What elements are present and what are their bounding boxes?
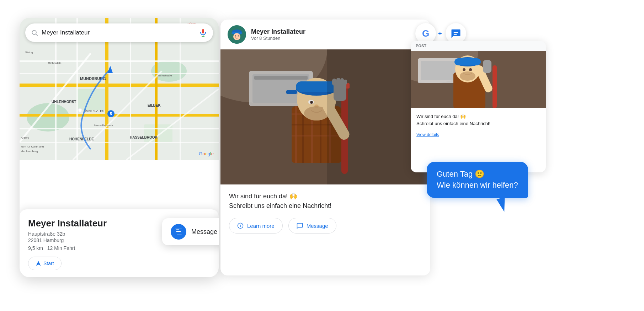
- svg-text:Richardstr.: Richardstr.: [48, 61, 62, 65]
- svg-text:5: 5: [110, 112, 112, 116]
- avatar-image: [228, 25, 246, 44]
- svg-text:rbe Hamburg: rbe Hamburg: [21, 150, 38, 153]
- svg-rect-91: [453, 32, 458, 33]
- distance-info: 9,5 km 12 Min Fahrt: [28, 245, 210, 251]
- svg-text:Eiffestraße: Eiffestraße: [158, 74, 172, 77]
- chat-circle-icon: [451, 28, 461, 39]
- svg-text:i: i: [240, 224, 241, 228]
- search-icon: [31, 29, 38, 36]
- chat-greeting-text: Guten Tag 🙂 Wie können wir helfen?: [437, 169, 518, 191]
- svg-text:HASSELBROOK: HASSELBROOK: [130, 135, 158, 139]
- svg-text:Giving: Giving: [25, 51, 33, 54]
- svg-text:EILBEK: EILBEK: [148, 103, 161, 107]
- plus-icon: +: [438, 30, 442, 37]
- social-meta: Meyer Installateur Vor 8 Stunden: [251, 28, 305, 41]
- business-post-img-svg: [411, 51, 546, 108]
- svg-rect-10: [20, 73, 219, 74]
- search-bar[interactable]: Meyer Installateur: [25, 23, 213, 42]
- svg-point-54: [238, 36, 239, 37]
- message-label: Message: [191, 228, 217, 236]
- svg-point-106: [460, 71, 475, 81]
- svg-point-52: [233, 33, 240, 40]
- svg-rect-12: [20, 142, 219, 143]
- svg-text:Hasselbrookstr.: Hasselbrookstr.: [94, 124, 114, 127]
- navigation-icon: [36, 261, 41, 266]
- search-query: Meyer Installateur: [42, 29, 195, 36]
- business-post-image: [411, 51, 546, 108]
- business-post-content: Wir sind für euch da! 🙌 Schreibt uns ein…: [411, 108, 546, 143]
- business-post-panel: POST Wir: [411, 41, 546, 172]
- business-post-text: Wir sind für euch da! 🙌 Schreibt uns ein…: [416, 113, 540, 127]
- google-logo: Google: [199, 151, 214, 156]
- chat-bubble: Guten Tag 🙂 Wie können wir helfen?: [427, 162, 528, 198]
- svg-rect-11: [20, 128, 219, 129]
- message-icon: [297, 222, 303, 229]
- svg-line-40: [36, 34, 38, 36]
- chat-icon: [174, 227, 183, 236]
- svg-rect-101: [454, 58, 481, 65]
- social-post-time: Vor 8 Stunden: [251, 36, 305, 41]
- view-details-button[interactable]: View details: [416, 132, 439, 137]
- svg-marker-44: [36, 261, 41, 266]
- message-float-button[interactable]: Message: [162, 218, 219, 245]
- info-icon: i: [237, 222, 244, 229]
- map-area: MUNDSBURG UHLENHORST EILBEK HASSELBROOK …: [20, 18, 219, 160]
- svg-text:Georg: Georg: [21, 136, 29, 139]
- maps-panel: MUNDSBURG UHLENHORST EILBEK HASSELBROOK …: [20, 18, 219, 277]
- social-post-image: [220, 49, 430, 184]
- svg-text:alsterPILATES: alsterPILATES: [84, 109, 104, 113]
- svg-rect-47: [176, 231, 181, 232]
- social-action-buttons: i Learn more Message: [229, 218, 422, 234]
- post-header-label: POST: [411, 41, 546, 51]
- svg-rect-31: [78, 108, 82, 112]
- message-button[interactable]: Message: [288, 218, 336, 234]
- message-float-icon: [171, 224, 186, 240]
- map-action-buttons: Start: [28, 257, 210, 270]
- social-avatar: [228, 25, 246, 44]
- svg-point-104: [463, 68, 465, 71]
- svg-point-53: [235, 36, 236, 37]
- svg-rect-96: [421, 61, 458, 80]
- svg-rect-5: [20, 84, 219, 87]
- social-post-text: Wir sind für euch da! 🙌 Schreibt uns ein…: [229, 192, 422, 211]
- svg-text:tum für Kunst und: tum für Kunst und: [21, 145, 44, 148]
- svg-rect-48: [176, 230, 179, 230]
- svg-rect-41: [202, 29, 204, 33]
- plumber-image-svg: [220, 49, 430, 184]
- social-panel: Meyer Installateur Vor 8 Stunden ⋮: [220, 20, 430, 275]
- svg-rect-97: [493, 65, 497, 108]
- svg-point-105: [469, 68, 472, 71]
- svg-rect-92: [453, 34, 457, 35]
- learn-more-button[interactable]: i Learn more: [229, 218, 283, 234]
- social-business-name: Meyer Installateur: [251, 28, 305, 36]
- svg-text:UHLENHORST: UHLENHORST: [52, 100, 76, 104]
- social-content: Wir sind für euch da! 🙌 Schreibt uns ein…: [220, 184, 430, 241]
- learn-more-label: Learn more: [247, 223, 275, 229]
- social-header: Meyer Installateur Vor 8 Stunden ⋮: [220, 20, 430, 49]
- start-button[interactable]: Start: [28, 257, 62, 270]
- svg-text:HOHENFELDE: HOHENFELDE: [69, 137, 94, 141]
- svg-rect-103: [483, 60, 491, 73]
- message-button-label: Message: [307, 223, 328, 229]
- mic-icon[interactable]: [199, 28, 207, 37]
